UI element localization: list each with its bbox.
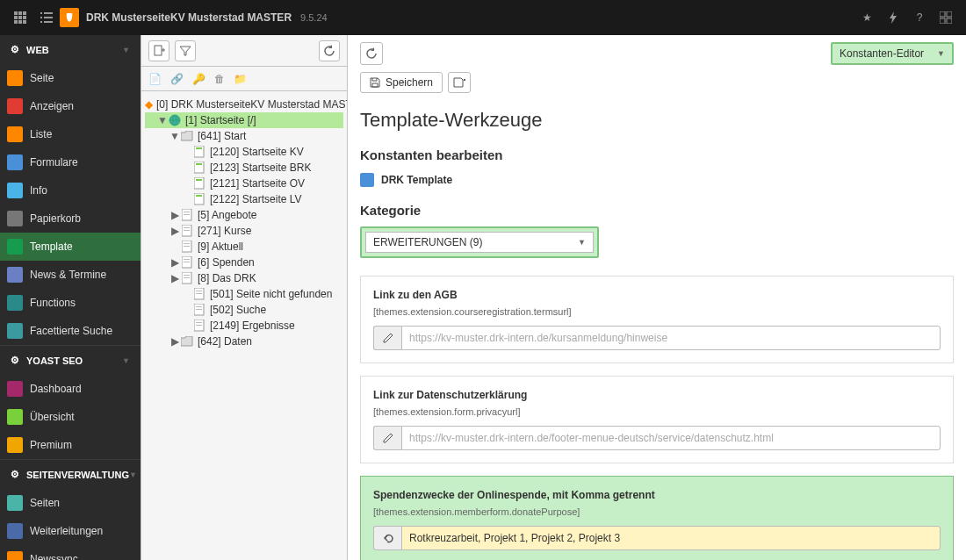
module-icon [7,295,23,311]
sidebar-item-formulare[interactable]: Formulare [0,148,141,176]
sidebar-item-label: News & Termine [30,269,106,281]
constant-field: Link zur Datenschutzerklärung[themes.ext… [360,376,954,463]
link-icon[interactable]: 🔗 [170,73,184,85]
tree-arrow-icon[interactable]: ▶ [169,272,180,284]
tree-node[interactable]: ▶[271] Kurse [145,223,343,239]
trash-icon[interactable]: 🗑 [214,73,225,85]
new-page-button[interactable] [148,40,169,61]
tree-node[interactable]: [2123] Startseite BRK [145,160,343,176]
sidebar-item-papierkorb[interactable]: Papierkorb [0,205,141,233]
svg-rect-25 [194,177,204,189]
svg-rect-23 [194,162,204,173]
sidebar-item-premium[interactable]: Premium [0,431,141,459]
tree-node[interactable]: [2121] Startseite OV [145,176,343,191]
folder-icon[interactable]: 📁 [234,73,247,85]
svg-rect-19 [155,46,162,55]
sidebar-item-liste[interactable]: Liste [0,120,141,148]
tree-node[interactable]: ▼[1] Startseite [/] [145,112,343,128]
save-button[interactable]: Speichern [360,72,443,93]
svg-rect-39 [184,259,190,260]
sidebar-item-dashboard[interactable]: Dashboard [0,375,141,403]
typo3-icon: ◆ [145,98,153,111]
module-icon [7,551,23,560]
svg-rect-34 [184,230,190,231]
category-label: Kategorie [360,203,954,218]
tree-node-label: [641] Start [198,130,246,142]
undo-button[interactable] [373,526,401,550]
menu-grid-icon[interactable] [933,0,959,35]
key-icon[interactable]: 🔑 [192,73,205,85]
main: ⚙WEB▼SeiteAnzeigenListeFormulareInfoPapi… [0,35,966,560]
tree-node[interactable]: ▶[642] Daten [145,334,343,349]
tree-arrow-icon[interactable]: ▶ [169,335,180,348]
help-icon[interactable]: ? [906,0,933,35]
svg-rect-17 [940,18,945,24]
svg-rect-18 [947,18,952,24]
svg-rect-42 [184,275,190,276]
flash-icon[interactable] [880,0,906,35]
sidebar-item-functions[interactable]: Functions [0,289,141,317]
field-input[interactable]: https://kv-muster.drk-intern.de/kursanme… [401,326,941,350]
tree-node-label: [0] DRK MusterseiteKV Musterstad MAST [156,98,348,111]
sidebar-item-anzeigen[interactable]: Anzeigen [0,92,141,120]
apps-icon[interactable] [7,0,33,35]
tree-arrow-icon[interactable]: ▶ [169,225,180,237]
svg-rect-51 [196,322,202,323]
tree-node[interactable]: [9] Aktuell [145,239,343,255]
sidebar-item-label: Functions [30,297,76,309]
tree-node[interactable]: [502] Suche [145,302,343,318]
field-input[interactable]: https://kv-muster.drk-intern.de/footer-m… [401,426,941,450]
tree-node[interactable]: ▶[6] Spenden [145,255,343,270]
list-icon[interactable] [33,0,60,35]
svg-rect-43 [184,277,190,278]
doc-icon[interactable]: 📄 [148,73,162,85]
refresh-tree-button[interactable] [319,40,340,61]
tree-node[interactable]: ▼[641] Start [145,128,343,144]
sidebar-group-siteadmin[interactable]: ⚙SEITENVERWALTUNG▼ [0,460,141,489]
sidebar-group-web[interactable]: ⚙WEB▼ [0,35,141,64]
tree-arrow-icon[interactable]: ▼ [169,130,180,142]
svg-rect-33 [184,227,190,228]
page-title: Template-Werkzeuge [360,109,954,132]
save-close-button[interactable] [448,72,471,93]
tree-node-label: [8] Das DRK [198,272,256,284]
tree-node-label: [271] Kurse [198,225,251,237]
tree-node[interactable]: [2149] Ergebnisse [145,318,343,334]
page-icon [180,272,194,284]
sidebar-item-seiten[interactable]: Seiten [0,489,141,517]
sidebar-item-info[interactable]: Info [0,176,141,205]
tree-root[interactable]: ◆[0] DRK MusterseiteKV Musterstad MAST [145,97,343,112]
edit-button[interactable] [373,326,401,350]
category-select[interactable]: ERWEITERUNGEN (9)▼ [365,232,594,253]
sidebar-item-seite[interactable]: Seite [0,64,141,92]
refresh-button[interactable] [360,42,383,65]
tree-node[interactable]: ▶[5] Angebote [145,207,343,223]
sidebar-item-label: Premium [30,439,72,451]
sidebar-item-newssync[interactable]: Newssync [0,545,141,560]
sidebar-item-news-&-termine[interactable]: News & Termine [0,261,141,289]
sidebar-item-facettierte-suche[interactable]: Facettierte Suche [0,317,141,345]
sidebar-item-weiterleitungen[interactable]: Weiterleitungen [0,517,141,545]
field-input[interactable]: Rotkreuzarbeit, Projekt 1, Projekt 2, Pr… [401,526,941,550]
tree-node-label: [501] Seite nicht gefunden [210,288,332,300]
module-icon [7,183,23,198]
module-icon [7,323,23,339]
tree-arrow-icon[interactable]: ▶ [169,256,180,269]
edit-button[interactable] [373,426,401,450]
folder-icon [180,335,194,348]
sidebar-item-label: Übersicht [30,411,75,423]
tree-arrow-icon[interactable]: ▶ [169,209,180,221]
tree-node[interactable]: ▶[8] Das DRK [145,270,343,286]
tree-node[interactable]: [501] Seite nicht gefunden [145,286,343,302]
sidebar-item-übersicht[interactable]: Übersicht [0,403,141,431]
star-icon[interactable]: ★ [854,0,880,35]
sidebar-item-template[interactable]: Template [0,233,141,261]
filter-button[interactable] [175,40,196,61]
mode-select[interactable]: Konstanten-Editor▼ [831,42,954,65]
sidebar-group-yoast[interactable]: ⚙YOAST SEO▼ [0,346,141,375]
tree-node[interactable]: [2122] Startseite LV [145,191,343,207]
svg-rect-48 [196,306,202,307]
sidebar-item-label: Seiten [30,497,60,509]
tree-node[interactable]: [2120] Startseite KV [145,144,343,160]
tree-arrow-icon[interactable]: ▼ [157,114,168,126]
